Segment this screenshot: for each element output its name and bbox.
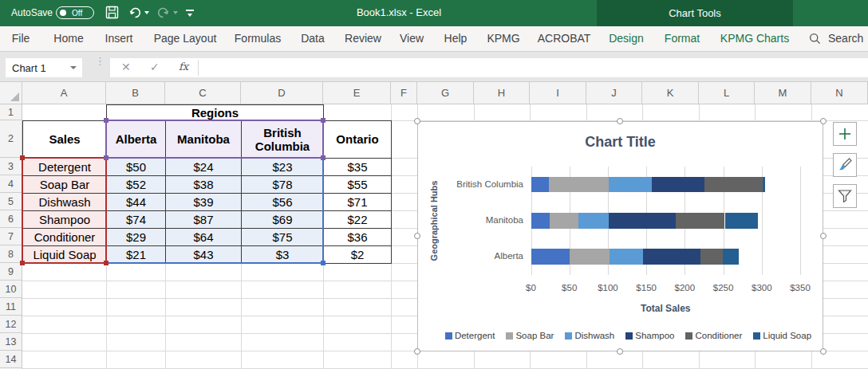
tab-formulas[interactable]: Formulas <box>235 32 281 45</box>
bar-segment-liquid-soap[interactable] <box>763 177 765 193</box>
name-box[interactable]: Chart 1 <box>6 58 82 77</box>
chart-x-axis-title[interactable]: Total Sales <box>546 303 785 314</box>
name-box-caret[interactable] <box>70 66 77 69</box>
category-range-outline-handle[interactable] <box>20 261 25 265</box>
bar-segment-detergent[interactable] <box>531 213 550 229</box>
bar-segment-soap-bar[interactable] <box>570 249 610 265</box>
row-header-11[interactable]: 11 <box>0 298 22 316</box>
cell-value[interactable]: $35 <box>323 158 392 176</box>
chart-resize-handle[interactable] <box>414 348 420 355</box>
row-header-7[interactable]: 7 <box>0 228 22 245</box>
legend-item-detergent[interactable]: Detergent <box>445 331 495 340</box>
header-range-outline-handle[interactable] <box>321 118 326 123</box>
legend-item-conditioner[interactable]: Conditioner <box>685 331 742 340</box>
legend-item-shampoo[interactable]: Shampoo <box>625 331 674 340</box>
regions-merged-cell[interactable]: Regions <box>106 104 324 121</box>
save-icon[interactable] <box>105 6 119 19</box>
column-header-D[interactable]: D <box>241 82 323 104</box>
header-range-outline-handle[interactable] <box>321 155 326 160</box>
cell-ontario-header[interactable]: Ontario <box>323 120 392 159</box>
row-header-5[interactable]: 5 <box>0 193 22 210</box>
column-header-I[interactable]: I <box>530 82 586 104</box>
chart-resize-handle[interactable] <box>617 118 623 124</box>
tab-data[interactable]: Data <box>301 32 325 45</box>
bar-segment-conditioner[interactable] <box>700 249 723 265</box>
column-header-E[interactable]: E <box>323 82 391 104</box>
column-header-B[interactable]: B <box>106 82 165 104</box>
cell-value[interactable]: $71 <box>323 193 392 211</box>
cell-value[interactable]: $36 <box>323 228 392 246</box>
insert-function-icon[interactable]: fx <box>179 61 188 73</box>
ribbon-search[interactable]: Search <box>809 32 863 45</box>
row-header-4[interactable]: 4 <box>0 175 22 193</box>
legend-item-dishwash[interactable]: Dishwash <box>565 331 614 340</box>
bar-segment-conditioner[interactable] <box>676 213 725 229</box>
column-header-M[interactable]: M <box>755 82 811 104</box>
data-range-outline-handle[interactable] <box>321 261 326 265</box>
legend-item-liquid-soap[interactable]: Liquid Soap <box>753 331 811 340</box>
data-range-outline[interactable] <box>105 157 324 264</box>
tab-view[interactable]: View <box>400 32 424 45</box>
tab-help[interactable]: Help <box>444 32 468 45</box>
row-header-3[interactable]: 3 <box>0 158 22 175</box>
chart-resize-handle[interactable] <box>617 348 623 355</box>
bar-segment-dishwash[interactable] <box>610 249 643 265</box>
undo-dropdown-caret[interactable] <box>144 11 149 14</box>
cell-value[interactable]: $55 <box>323 175 392 194</box>
column-header-G[interactable]: G <box>417 82 474 104</box>
header-range-outline-handle[interactable] <box>104 118 108 123</box>
tab-kpmg[interactable]: KPMG <box>487 32 519 45</box>
row-header-10[interactable]: 10 <box>0 281 22 298</box>
bar-segment-conditioner[interactable] <box>704 177 762 193</box>
header-range-outline[interactable] <box>105 120 324 159</box>
column-header-F[interactable]: F <box>391 82 417 104</box>
bar-segment-detergent[interactable] <box>531 177 549 193</box>
row-header-2[interactable]: 2 <box>0 120 22 158</box>
cancel-icon[interactable]: ✕ <box>121 61 131 73</box>
bar-segment-detergent[interactable] <box>531 249 570 265</box>
select-all-corner[interactable] <box>0 82 22 104</box>
tab-insert[interactable]: Insert <box>105 32 132 45</box>
tab-acrobat[interactable]: ACROBAT <box>538 32 591 45</box>
column-header-H[interactable]: H <box>474 82 530 104</box>
tab-kpmg-charts[interactable]: KPMG Charts <box>720 32 789 45</box>
legend-item-soap-bar[interactable]: Soap Bar <box>506 331 554 340</box>
column-header-K[interactable]: K <box>642 82 699 104</box>
chart-resize-handle[interactable] <box>414 118 420 124</box>
tab-design[interactable]: Design <box>609 32 644 45</box>
enter-icon[interactable]: ✓ <box>150 61 160 73</box>
header-range-outline-handle[interactable] <box>104 155 108 160</box>
row-header-1[interactable]: 1 <box>0 104 22 120</box>
bar-segment-soap-bar[interactable] <box>549 177 609 193</box>
bar-segment-liquid-soap[interactable] <box>723 249 739 265</box>
bar-segment-shampoo[interactable] <box>609 213 676 229</box>
chart-resize-handle[interactable] <box>820 118 827 124</box>
chart-resize-handle[interactable] <box>820 348 827 355</box>
redo-icon[interactable] <box>156 6 171 20</box>
category-range-outline-handle[interactable] <box>20 155 25 160</box>
redo-dropdown-caret[interactable] <box>173 11 178 14</box>
tab-file[interactable]: File <box>12 32 30 45</box>
chart-resize-handle[interactable] <box>820 233 827 239</box>
column-header-N[interactable]: N <box>811 82 868 104</box>
bar-segment-shampoo[interactable] <box>652 177 705 193</box>
row-header-6[interactable]: 6 <box>0 210 22 228</box>
bar-segment-soap-bar[interactable] <box>550 213 579 229</box>
cell-sales-header[interactable]: Sales <box>22 120 107 159</box>
bar-segment-liquid-soap[interactable] <box>725 213 758 229</box>
chart-legend[interactable]: DetergentSoap BarDishwashShampooConditio… <box>426 331 831 340</box>
row-header-8[interactable]: 8 <box>0 245 22 263</box>
chart-filters-button[interactable] <box>833 184 857 208</box>
tab-review[interactable]: Review <box>345 32 381 45</box>
bar-segment-shampoo[interactable] <box>643 249 700 265</box>
chart-styles-button[interactable] <box>833 153 857 177</box>
row-header-13[interactable]: 13 <box>0 333 22 351</box>
column-header-A[interactable]: A <box>22 82 106 104</box>
tab-home[interactable]: Home <box>53 32 83 45</box>
category-range-outline[interactable] <box>22 157 107 264</box>
row-header-14[interactable]: 14 <box>0 351 22 368</box>
undo-icon[interactable] <box>128 6 142 20</box>
tab-format[interactable]: Format <box>665 32 700 45</box>
chart-resize-handle[interactable] <box>414 233 420 239</box>
chart-title[interactable]: Chart Title <box>418 134 823 151</box>
